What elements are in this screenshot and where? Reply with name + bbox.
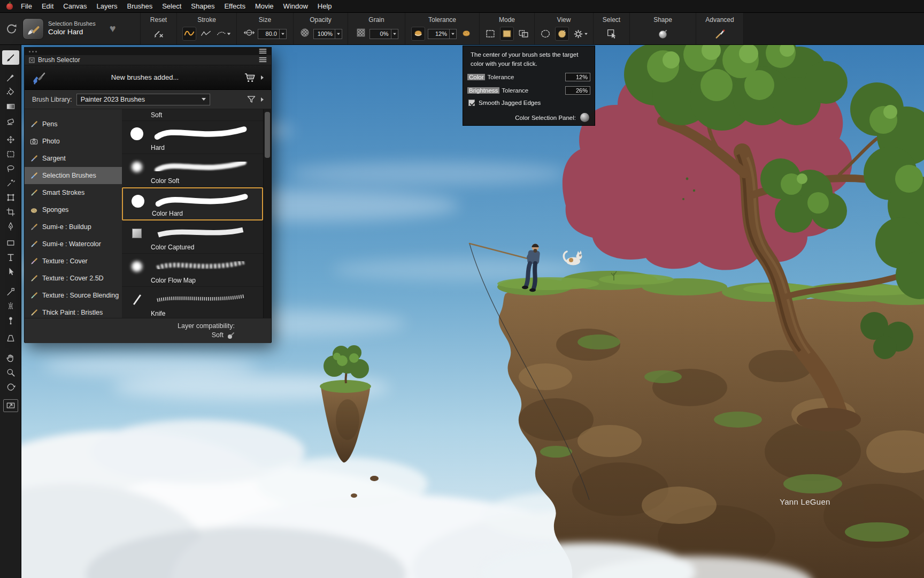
grain-field[interactable]: 0% [369, 29, 398, 39]
view-dab-icon[interactable] [555, 27, 569, 41]
category-sponges[interactable]: Sponges [25, 201, 122, 218]
category-sumie-buildup[interactable]: Sumi-e : Buildup [25, 218, 122, 235]
color-tolerance-label: Tolerance [487, 74, 514, 80]
scrollbar-thumb[interactable] [265, 112, 270, 158]
panel-collapse-icon[interactable] [29, 57, 35, 63]
opacity-field[interactable]: 100% [313, 29, 342, 39]
variant-color-captured[interactable]: Color Captured [122, 220, 263, 254]
smooth-jagged-edges-checkbox[interactable] [468, 100, 475, 106]
category-sargent[interactable]: Sargent [25, 150, 122, 167]
library-dropdown[interactable]: Painter 2023 Brushes [76, 94, 210, 105]
variant-knife[interactable]: Knife [122, 287, 263, 318]
color-tolerance-value[interactable]: 12% [565, 73, 590, 81]
filter-funnel-icon[interactable] [246, 94, 257, 105]
category-photo[interactable]: Photo [25, 133, 122, 150]
new-brushes-banner[interactable]: New brushes added... [25, 65, 271, 90]
select-transform-icon[interactable] [605, 27, 619, 41]
mode-fill-square-icon[interactable] [500, 27, 514, 41]
tolerance-caret-icon[interactable] [449, 29, 456, 39]
crop-tool[interactable] [2, 204, 19, 219]
variant-color-flow-map[interactable]: Color Flow Map [122, 254, 263, 287]
opacity-caret-icon[interactable] [335, 29, 342, 39]
lasso-tool[interactable] [2, 161, 19, 176]
size-field[interactable]: 80.0 [258, 29, 287, 39]
variant-scrollbar[interactable] [263, 109, 271, 318]
shape-edit-brush-tool[interactable] [2, 284, 19, 299]
brightness-tolerance-value[interactable]: 26% [565, 86, 590, 95]
menu-brushes[interactable]: Brushes [122, 0, 157, 13]
mode-marquee-icon[interactable] [517, 27, 530, 41]
magnifier-tool[interactable] [2, 365, 19, 379]
size-caret-icon[interactable] [279, 29, 286, 39]
perspective-guides-tool[interactable] [2, 331, 19, 345]
grabber-hand-tool[interactable] [2, 351, 19, 365]
pen-tool[interactable] [2, 219, 19, 233]
panel-grip-icon[interactable] [29, 51, 37, 52]
straight-line-stroke-icon[interactable] [199, 27, 213, 41]
magic-wand-tool[interactable] [2, 176, 19, 190]
panel-options-icon[interactable] [259, 57, 267, 58]
category-sumie-watercolor[interactable]: Sumi-e : Watercolor [25, 235, 122, 253]
view-gear-icon[interactable] [572, 27, 590, 41]
tolerance-dab-icon[interactable] [411, 27, 425, 41]
stroke-options-icon[interactable] [215, 27, 232, 41]
transform-tool[interactable] [2, 190, 19, 204]
brush-stroke-preview [152, 123, 251, 146]
brush-tool[interactable] [2, 50, 19, 65]
favorite-heart-icon[interactable]: ♥ [110, 22, 116, 35]
apple-icon[interactable] [6, 3, 13, 10]
gradient-tool[interactable] [2, 99, 19, 113]
color-selection-panel-icon[interactable] [580, 113, 589, 122]
menu-file[interactable]: File [16, 0, 37, 13]
menu-canvas[interactable]: Canvas [58, 0, 91, 13]
freehand-stroke-icon[interactable] [182, 27, 196, 41]
category-texture-cover-25d[interactable]: Texture : Cover 2.5D [25, 270, 122, 287]
category-pens[interactable]: Pens [25, 116, 122, 133]
paint-bucket-tool[interactable] [2, 85, 19, 99]
grain-caret-icon[interactable] [391, 29, 398, 39]
menu-window[interactable]: Window [279, 0, 313, 13]
menu-shapes[interactable]: Shapes [186, 0, 219, 13]
shape-sphere-icon[interactable] [656, 27, 670, 41]
current-brush-icon[interactable] [22, 18, 44, 40]
menu-layers[interactable]: Layers [91, 0, 122, 13]
mode-dashed-square-icon[interactable] [483, 27, 497, 41]
reset-rotation-icon[interactable] [4, 22, 18, 36]
brush-library-row: Brush Library: Painter 2023 Brushes [25, 90, 271, 109]
mirror-painting-tool[interactable] [2, 299, 19, 313]
menu-movie[interactable]: Movie [250, 0, 279, 13]
variant-hard[interactable]: Hard [122, 121, 263, 154]
tolerance-dab2-icon[interactable] [459, 27, 473, 41]
filter-expand-icon[interactable] [261, 97, 264, 102]
window-zoom-tool[interactable] [3, 399, 18, 412]
panel-drag-strip[interactable] [25, 48, 271, 55]
layer-adjuster-tool[interactable] [2, 132, 19, 147]
menu-help[interactable]: Help [313, 0, 337, 13]
category-texture-source-blending[interactable]: Texture : Source Blending [25, 287, 122, 304]
banner-expand-icon[interactable] [261, 75, 264, 80]
category-selection-brushes[interactable]: Selection Brushes [25, 167, 122, 184]
category-thick-paint-bristles[interactable]: Thick Paint : Bristles [25, 304, 122, 318]
advanced-brush-icon[interactable] [713, 27, 727, 41]
variant-color-soft[interactable]: Color Soft [122, 154, 263, 187]
menu-edit[interactable]: Edit [37, 0, 58, 13]
rect-select-tool[interactable] [2, 147, 19, 161]
cart-icon[interactable] [244, 72, 256, 83]
variant-color-hard[interactable]: Color Hard [122, 187, 263, 220]
menu-select[interactable]: Select [157, 0, 186, 13]
category-smart-strokes[interactable]: Smart Strokes [25, 184, 122, 201]
paint-drop-tool[interactable] [2, 313, 19, 328]
eyedropper-tool[interactable] [2, 70, 19, 85]
variant-soft[interactable]: Soft [122, 109, 263, 121]
shape-selection-tool[interactable] [2, 264, 19, 279]
text-tool[interactable] [2, 250, 19, 264]
category-texture-cover[interactable]: Texture : Cover [25, 253, 122, 270]
reset-tool-icon[interactable] [152, 27, 166, 41]
view-ellipse-icon[interactable] [538, 27, 552, 41]
rotate-page-tool[interactable] [2, 379, 19, 394]
menu-effects[interactable]: Effects [219, 0, 250, 13]
eraser-tool[interactable] [2, 113, 19, 128]
tolerance-field[interactable]: 12% [428, 29, 457, 39]
rect-shape-tool[interactable] [2, 235, 19, 250]
panel-menu-icon[interactable] [259, 49, 267, 50]
